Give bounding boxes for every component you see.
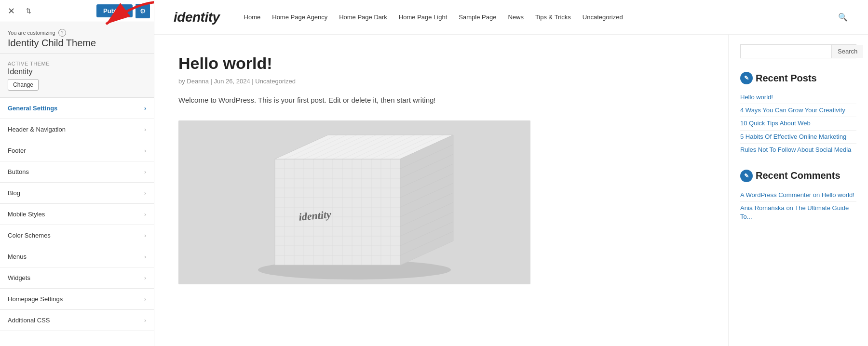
nav-item-additional-css[interactable]: Additional CSS› bbox=[0, 310, 154, 331]
preview-area: identity HomeHome Page AgencyHome Page D… bbox=[154, 0, 868, 346]
recent-post-item[interactable]: Hello world! bbox=[740, 91, 856, 104]
post-title: Hello world! bbox=[178, 54, 704, 73]
nav-link-sample-page[interactable]: Sample Page bbox=[459, 13, 496, 21]
site-header: identity HomeHome Page AgencyHome Page D… bbox=[154, 0, 868, 35]
site-nav: HomeHome Page AgencyHome Page DarkHome P… bbox=[244, 13, 823, 21]
drag-button[interactable]: ⇅ bbox=[21, 4, 36, 18]
customizer-topbar: ✕ ⇅ Publish ⚙ bbox=[0, 0, 154, 22]
chevron-icon: › bbox=[144, 147, 146, 154]
post-meta: by Deanna | Jun 26, 2024 | Uncategorized bbox=[178, 78, 704, 85]
customizer-info: You are customizing ? Identity Child The… bbox=[0, 22, 154, 54]
chevron-icon: › bbox=[144, 232, 146, 239]
nav-item-footer[interactable]: Footer› bbox=[0, 140, 154, 161]
nav-item-buttons[interactable]: Buttons› bbox=[0, 161, 154, 183]
nav-link-uncategorized[interactable]: Uncategorized bbox=[583, 13, 623, 21]
recent-comment-item[interactable]: Ania Romańska on The Ultimate Guide To..… bbox=[740, 202, 856, 223]
chevron-icon: › bbox=[144, 105, 146, 112]
chevron-icon: › bbox=[144, 253, 146, 260]
recent-posts-list: Hello world!4 Ways You Can Grow Your Cre… bbox=[740, 91, 856, 156]
recent-post-item[interactable]: 5 Habits Of Effective Online Marketing bbox=[740, 131, 856, 144]
nav-link-home[interactable]: Home bbox=[244, 13, 261, 21]
nav-item-color-schemes[interactable]: Color Schemes› bbox=[0, 225, 154, 246]
nav-menu: General Settings›Header & Navigation›Foo… bbox=[0, 98, 154, 346]
customizer-panel: ✕ ⇅ Publish ⚙ You are customizing ? Iden… bbox=[0, 0, 154, 346]
sidebar-search-widget: Search bbox=[740, 44, 856, 58]
theme-name: Identity Child Theme bbox=[8, 38, 146, 49]
post-excerpt: Welcome to WordPress. This is your first… bbox=[178, 94, 704, 106]
nav-link-home-page-light[interactable]: Home Page Light bbox=[399, 13, 447, 21]
nav-link-tips-&-tricks[interactable]: Tips & Tricks bbox=[535, 13, 571, 21]
gear-button[interactable]: ⚙ bbox=[136, 4, 150, 18]
help-icon[interactable]: ? bbox=[58, 29, 66, 37]
chevron-icon: › bbox=[144, 275, 146, 281]
main-content: Hello world! by Deanna | Jun 26, 2024 | … bbox=[154, 35, 868, 346]
nav-link-home-page-agency[interactable]: Home Page Agency bbox=[272, 13, 327, 21]
recent-post-item[interactable]: 10 Quick Tips About Web bbox=[740, 117, 856, 130]
sidebar-search-button[interactable]: Search bbox=[831, 45, 863, 58]
active-theme-name: Identity bbox=[8, 67, 146, 76]
nav-item-mobile-styles[interactable]: Mobile Styles› bbox=[0, 204, 154, 225]
chevron-icon: › bbox=[144, 211, 146, 218]
chevron-icon: › bbox=[144, 317, 146, 324]
recent-comments-title: ✎ Recent Comments bbox=[740, 170, 856, 182]
nav-item-menus[interactable]: Menus› bbox=[0, 246, 154, 267]
recent-post-item[interactable]: Rules Not To Follow About Social Media bbox=[740, 144, 856, 156]
publish-button[interactable]: Publish bbox=[96, 4, 133, 17]
nav-item-general-settings[interactable]: General Settings› bbox=[0, 98, 154, 119]
active-theme-row: Active theme Identity Change bbox=[0, 54, 154, 98]
nav-item-blog[interactable]: Blog› bbox=[0, 183, 154, 204]
nav-item-homepage-settings[interactable]: Homepage Settings› bbox=[0, 289, 154, 310]
customizing-label-text: You are customizing bbox=[8, 30, 55, 36]
chevron-icon: › bbox=[144, 190, 146, 197]
post-image-svg: identity bbox=[178, 120, 530, 284]
pencil-icon-recent-comments: ✎ bbox=[740, 170, 753, 182]
recent-posts-title: ✎ Recent Posts bbox=[740, 72, 856, 84]
pencil-icon-recent-posts: ✎ bbox=[740, 72, 753, 84]
close-button[interactable]: ✕ bbox=[4, 4, 18, 18]
sidebar-search-input[interactable] bbox=[741, 45, 831, 58]
chevron-icon: › bbox=[144, 296, 146, 303]
nav-item-header-&-navigation[interactable]: Header & Navigation› bbox=[0, 119, 154, 140]
change-theme-button[interactable]: Change bbox=[8, 79, 39, 91]
nav-link-home-page-dark[interactable]: Home Page Dark bbox=[339, 13, 387, 21]
site-title: identity bbox=[174, 10, 220, 25]
nav-link-news[interactable]: News bbox=[508, 13, 524, 21]
recent-post-item[interactable]: 4 Ways You Can Grow Your Creativity bbox=[740, 104, 856, 117]
svg-rect-3 bbox=[275, 159, 400, 265]
recent-comment-item[interactable]: A WordPress Commenter on Hello world! bbox=[740, 189, 856, 202]
post-content: Hello world! by Deanna | Jun 26, 2024 | … bbox=[154, 35, 728, 346]
recent-comments-list: A WordPress Commenter on Hello world!Ani… bbox=[740, 189, 856, 224]
post-image: identity bbox=[178, 120, 530, 284]
wp-sidebar: Search ✎ Recent Posts Hello world!4 Ways… bbox=[728, 35, 868, 346]
search-icon[interactable]: 🔍 bbox=[837, 12, 849, 23]
chevron-icon: › bbox=[144, 169, 146, 175]
active-theme-label: Active theme bbox=[8, 61, 146, 67]
chevron-icon: › bbox=[144, 126, 146, 133]
nav-item-widgets[interactable]: Widgets› bbox=[0, 267, 154, 289]
